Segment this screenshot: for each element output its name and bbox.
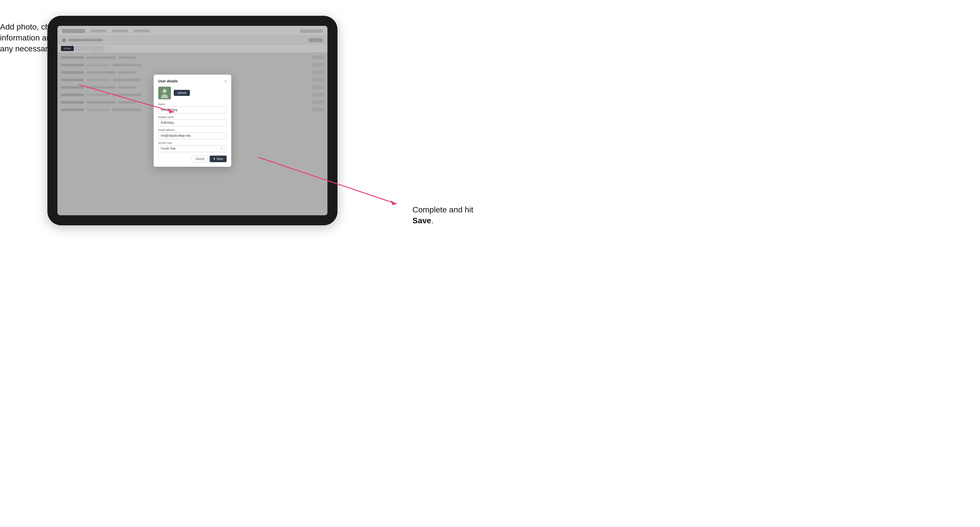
email-field-group: Email address <box>158 129 227 139</box>
school-year-field-group: School Year × ⌄ <box>158 141 227 152</box>
save-label: Save <box>216 157 223 160</box>
close-icon[interactable]: × <box>224 79 227 83</box>
school-year-controls: × ⌄ <box>221 147 226 150</box>
annotation-right: Complete and hit Save. <box>412 204 487 226</box>
modal-overlay: User details × Upload Name <box>57 26 328 215</box>
school-year-input[interactable] <box>158 145 227 152</box>
display-name-input[interactable] <box>158 119 227 126</box>
avatar <box>158 87 171 99</box>
chevron-down-icon[interactable]: ⌄ <box>223 147 226 150</box>
save-icon: ⬆ <box>213 157 215 160</box>
name-input[interactable] <box>158 106 227 113</box>
svg-marker-3 <box>391 200 396 205</box>
display-name-field-group: Display name <box>158 116 227 126</box>
annotation-right-suffix: . <box>431 216 433 225</box>
clear-icon[interactable]: × <box>221 147 223 150</box>
cancel-button[interactable]: Cancel <box>192 156 208 162</box>
email-input[interactable] <box>158 132 227 139</box>
name-field-group: Name <box>158 103 227 113</box>
user-details-modal: User details × Upload Name <box>154 75 231 167</box>
annotation-right-bold: Save <box>412 216 431 225</box>
name-label: Name <box>158 103 227 106</box>
avatar-upload-row: Upload <box>158 87 227 99</box>
annotation-right-prefix: Complete and hit <box>412 205 473 214</box>
modal-title: User details <box>158 79 178 83</box>
modal-footer: Cancel ⬆ Save <box>158 156 227 162</box>
display-name-label: Display name <box>158 116 227 119</box>
modal-header: User details × <box>158 79 227 83</box>
save-button[interactable]: ⬆ Save <box>210 156 227 162</box>
school-year-wrapper: × ⌄ <box>158 145 227 152</box>
upload-button[interactable]: Upload <box>174 90 190 96</box>
tablet-frame: Active <box>48 16 337 225</box>
app-background: Active <box>57 26 328 215</box>
email-label: Email address <box>158 129 227 132</box>
school-year-label: School Year <box>158 141 227 144</box>
tablet-screen: Active <box>57 26 328 215</box>
